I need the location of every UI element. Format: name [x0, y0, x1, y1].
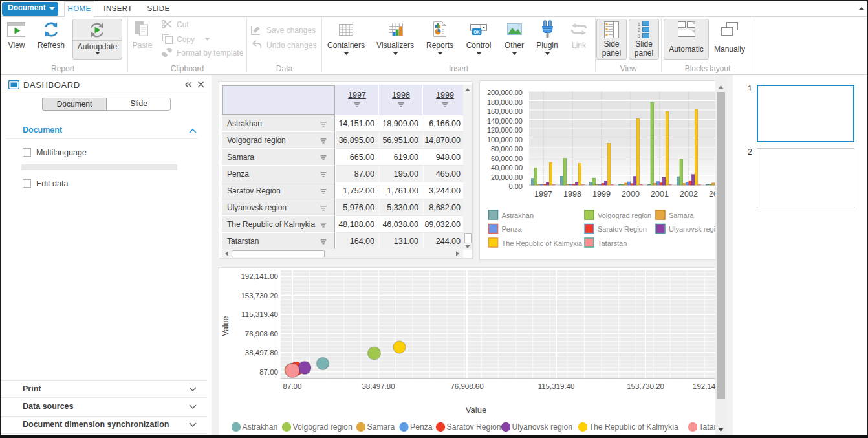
- svg-text:40,000.00: 40,000.00: [491, 164, 523, 171]
- svg-text:80,000.00: 80,000.00: [491, 145, 523, 153]
- svg-text:1999: 1999: [592, 190, 611, 199]
- svg-text:Volgograd region: Volgograd region: [293, 422, 353, 432]
- svg-text:160,000.00: 160,000.00: [487, 107, 523, 115]
- svg-text:1: 1: [638, 22, 640, 27]
- svg-text:2: 2: [638, 28, 640, 32]
- svg-text:Saratov Region: Saratov Region: [598, 225, 647, 233]
- svg-text:Volgograd region: Volgograd region: [598, 212, 651, 219]
- svg-text:2000: 2000: [622, 190, 640, 199]
- svg-text:0.00: 0.00: [509, 182, 523, 190]
- svg-text:Tatarstan: Tatarstan: [598, 239, 627, 247]
- svg-text:153,730.20: 153,730.20: [627, 382, 664, 390]
- svg-text:120,000.00: 120,000.00: [487, 126, 523, 134]
- svg-text:87.00: 87.00: [259, 368, 278, 376]
- svg-text:Ulyanovsk region: Ulyanovsk region: [669, 225, 715, 233]
- svg-text:Penza: Penza: [410, 422, 433, 432]
- svg-text:87.00: 87.00: [283, 382, 302, 390]
- svg-text:76,908.60: 76,908.60: [450, 382, 483, 390]
- svg-text:153,730.20: 153,730.20: [241, 292, 278, 300]
- svg-text:38,497.80: 38,497.80: [362, 382, 395, 390]
- svg-text:60,000.00: 60,000.00: [491, 155, 523, 162]
- svg-text:Value: Value: [221, 316, 230, 336]
- svg-text:192,141.00: 192,141.00: [241, 272, 278, 280]
- svg-text:Value: Value: [466, 405, 486, 415]
- svg-text:OK: OK: [473, 30, 480, 34]
- svg-text:Penza: Penza: [502, 225, 523, 233]
- svg-text:1998: 1998: [563, 190, 581, 199]
- svg-text:Samara: Samara: [669, 212, 694, 219]
- svg-text:The Republic of Kalmykia: The Republic of Kalmykia: [502, 239, 583, 247]
- svg-text:Ulyanovsk region: Ulyanovsk region: [512, 422, 572, 432]
- svg-text:Saratov Region: Saratov Region: [447, 422, 501, 432]
- svg-text:2002: 2002: [680, 190, 698, 199]
- svg-text:Tatarstan: Tatarstan: [699, 422, 716, 432]
- svg-text:The Republic of Kalmykia: The Republic of Kalmykia: [589, 422, 678, 432]
- svg-text:20,000.00: 20,000.00: [491, 173, 523, 181]
- svg-text:115,319.40: 115,319.40: [241, 311, 278, 318]
- svg-text:100,000.00: 100,000.00: [487, 136, 523, 144]
- svg-text:1997: 1997: [534, 190, 552, 199]
- svg-text:38,497.80: 38,497.80: [245, 349, 278, 356]
- svg-text:115,319.40: 115,319.40: [538, 382, 575, 390]
- svg-text:2003: 2003: [709, 190, 715, 199]
- svg-text:Astrakhan: Astrakhan: [243, 422, 278, 432]
- svg-text:200,000.00: 200,000.00: [487, 89, 523, 96]
- svg-text:2001: 2001: [651, 190, 669, 199]
- svg-text:180,000.00: 180,000.00: [487, 98, 523, 106]
- svg-text:140,000.00: 140,000.00: [487, 117, 523, 125]
- svg-text:192,141.00: 192,141.00: [693, 382, 715, 390]
- svg-text:Samara: Samara: [367, 422, 395, 432]
- svg-text:Astrakhan: Astrakhan: [502, 212, 534, 219]
- svg-text:3: 3: [638, 34, 640, 38]
- svg-text:76,908.60: 76,908.60: [245, 330, 278, 338]
